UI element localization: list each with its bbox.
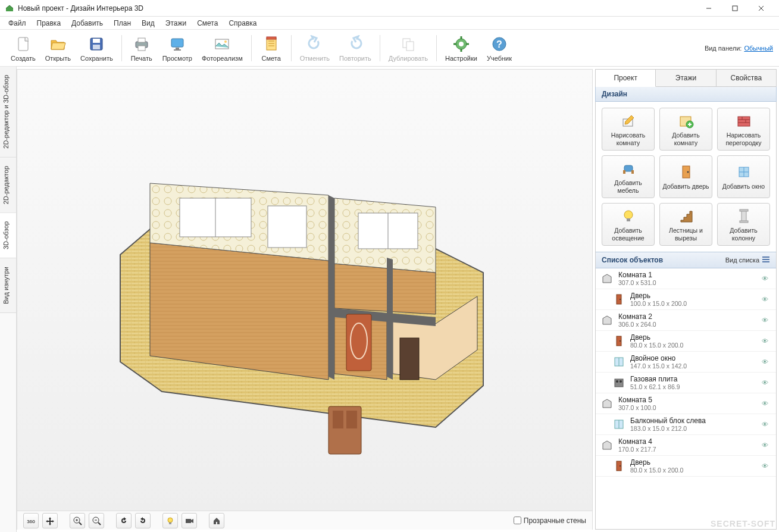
object-dims: 100.0 x 15.0 x 200.0 xyxy=(630,300,762,307)
rotate-left-button[interactable] xyxy=(116,513,132,528)
menu-view[interactable]: Вид xyxy=(137,18,159,29)
help-icon: ? xyxy=(490,35,509,54)
rotate-360-button[interactable]: 360 xyxy=(23,513,39,528)
menu-add[interactable]: Добавить xyxy=(67,18,108,29)
visibility-toggle[interactable]: 👁 xyxy=(762,317,771,324)
monitor-icon xyxy=(168,35,187,54)
preview-button[interactable]: Просмотр xyxy=(159,33,196,63)
tab-project[interactable]: Проект xyxy=(596,70,656,87)
zoom-out-button[interactable] xyxy=(89,513,104,528)
object-row[interactable]: Дверь100.0 x 15.0 x 200.0👁 xyxy=(596,289,776,310)
tutorial-button[interactable]: ?Учебник xyxy=(483,33,515,63)
draw-partition-button[interactable]: Нарисовать перегородку xyxy=(717,108,770,151)
object-dims: 306.0 x 264.0 xyxy=(618,321,762,328)
tab-inside-view[interactable]: Вид изнутри xyxy=(0,258,16,313)
photo-icon xyxy=(212,35,231,54)
draw-room-button[interactable]: Нарисовать комнату xyxy=(602,108,655,151)
object-row[interactable]: Комната 4170.0 x 217.7👁 xyxy=(596,435,776,456)
room-icon xyxy=(600,439,614,452)
object-list[interactable]: Комната 1307.0 x 531.0👁Дверь100.0 x 15.0… xyxy=(595,268,777,530)
add-room-button[interactable]: Добавить комнату xyxy=(659,108,712,151)
visibility-toggle[interactable]: 👁 xyxy=(762,442,771,449)
tab-2d3d-combo[interactable]: 2D-редактор и 3D-обзор xyxy=(0,67,16,158)
estimate-button[interactable]: Смета xyxy=(256,33,286,63)
tab-floors[interactable]: Этажи xyxy=(656,70,716,87)
home-button[interactable] xyxy=(209,513,224,528)
visibility-toggle[interactable]: 👁 xyxy=(762,275,771,282)
file-new-icon xyxy=(14,35,33,54)
tab-properties[interactable]: Свойства xyxy=(717,70,776,87)
object-row[interactable]: Дверь80.0 x 15.0 x 200.0👁 xyxy=(596,456,776,477)
tab-3d-view[interactable]: 3D-обзор xyxy=(0,213,16,258)
menu-edit[interactable]: Правка xyxy=(32,18,66,29)
add-window-button[interactable]: Добавить окно xyxy=(717,155,770,198)
svg-marker-72 xyxy=(191,519,193,523)
menu-estimate[interactable]: Смета xyxy=(192,18,223,29)
svg-line-63 xyxy=(79,522,82,525)
object-row[interactable]: Комната 1307.0 x 531.0👁 xyxy=(596,268,776,289)
print-button[interactable]: Печать xyxy=(127,33,157,63)
window-title: Новый проект - Дизайн Интерьера 3D xyxy=(18,4,696,12)
add-furniture-button[interactable]: Добавить мебель xyxy=(602,155,655,198)
object-dims: 80.0 x 15.0 x 200.0 xyxy=(630,342,762,349)
chair-icon xyxy=(620,159,637,177)
svg-rect-7 xyxy=(93,45,100,49)
transparent-walls-checkbox[interactable]: Прозрачные стены xyxy=(514,517,586,525)
svg-rect-98 xyxy=(762,261,769,262)
svg-rect-85 xyxy=(631,170,634,174)
zoom-in-button[interactable] xyxy=(70,513,85,528)
menu-file[interactable]: Файл xyxy=(4,18,31,29)
open-button[interactable]: Открыть xyxy=(42,33,74,63)
minimize-button[interactable] xyxy=(696,0,722,17)
save-button[interactable]: Сохранить xyxy=(77,33,117,63)
object-name: Газовая плита xyxy=(630,375,762,383)
menu-plan[interactable]: План xyxy=(109,18,136,29)
visibility-toggle[interactable]: 👁 xyxy=(762,296,771,303)
object-dims: 51.0 x 62.1 x 86.9 xyxy=(630,383,762,390)
view-mode-label: Вид списка xyxy=(725,256,759,264)
pan-button[interactable] xyxy=(42,513,58,528)
visibility-toggle[interactable]: 👁 xyxy=(762,337,771,345)
visibility-toggle[interactable]: 👁 xyxy=(762,400,771,407)
redo-button[interactable]: Повторить xyxy=(336,33,375,63)
photoreal-button[interactable]: Фотореализм xyxy=(198,33,246,63)
list-view-icon[interactable] xyxy=(762,255,770,265)
svg-marker-47 xyxy=(329,195,334,380)
menu-help[interactable]: Справка xyxy=(224,18,261,29)
folder-open-icon xyxy=(48,35,67,54)
svg-point-15 xyxy=(224,40,227,43)
add-light-button[interactable]: Добавить освещение xyxy=(602,203,655,246)
svg-rect-96 xyxy=(762,256,769,258)
close-button[interactable] xyxy=(748,0,774,17)
stairs-button[interactable]: Лестницы и вырезы xyxy=(659,203,712,246)
object-row[interactable]: Газовая плита51.0 x 62.1 x 86.9👁 xyxy=(596,373,776,393)
visibility-toggle[interactable]: 👁 xyxy=(762,379,771,386)
maximize-button[interactable] xyxy=(722,0,748,17)
visibility-toggle[interactable]: 👁 xyxy=(762,358,771,365)
camera-button[interactable] xyxy=(182,513,197,528)
svg-point-104 xyxy=(620,340,621,342)
object-dims: 307.0 x 531.0 xyxy=(618,279,762,286)
svg-rect-20 xyxy=(267,37,276,39)
transparent-walls-input[interactable] xyxy=(514,517,521,524)
new-button[interactable]: Создать xyxy=(7,33,39,63)
object-row[interactable]: Комната 2306.0 x 264.0👁 xyxy=(596,310,776,331)
rotate-right-button[interactable] xyxy=(135,513,151,528)
object-row[interactable]: Комната 5307.0 x 100.0👁 xyxy=(596,393,776,414)
visibility-toggle[interactable]: 👁 xyxy=(762,462,771,470)
settings-button[interactable]: Настройки xyxy=(442,33,481,63)
object-row[interactable]: Двойное окно147.0 x 15.0 x 142.0👁 xyxy=(596,352,776,373)
tab-2d-editor[interactable]: 2D-редактор xyxy=(0,158,16,213)
object-row[interactable]: Балконный блок слева183.0 x 15.0 x 212.0… xyxy=(596,414,776,435)
light-button[interactable] xyxy=(162,513,178,528)
column-icon xyxy=(735,207,753,225)
add-door-button[interactable]: Добавить дверь xyxy=(659,155,712,198)
duplicate-button[interactable]: Дублировать xyxy=(385,33,431,63)
panel-mode-link[interactable]: Обычный xyxy=(744,45,773,52)
add-column-button[interactable]: Добавить колонну xyxy=(717,203,770,246)
undo-button[interactable]: Отменить xyxy=(296,33,333,63)
object-row[interactable]: Дверь80.0 x 15.0 x 200.0👁 xyxy=(596,331,776,352)
canvas-3d[interactable] xyxy=(17,70,592,511)
visibility-toggle[interactable]: 👁 xyxy=(762,421,771,428)
menu-floors[interactable]: Этажи xyxy=(161,18,191,29)
